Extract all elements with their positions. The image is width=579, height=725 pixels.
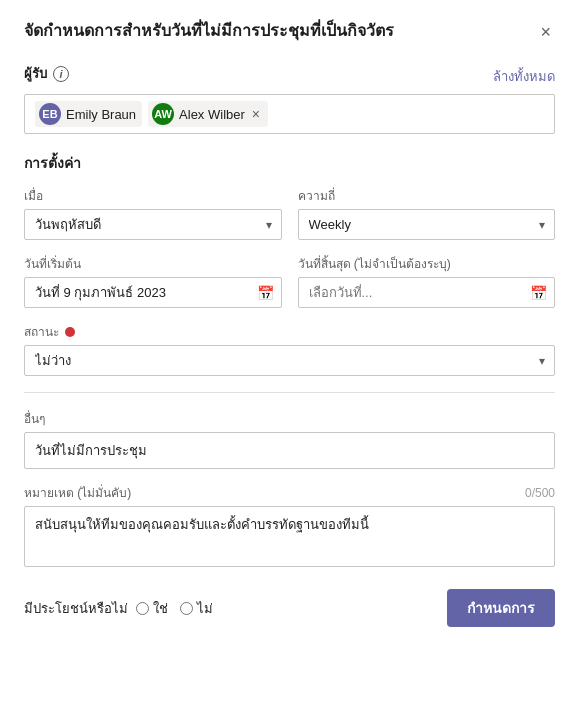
notes-section: หมายเหต (ไม่มั่นคับ) 0/500: [24, 483, 555, 571]
recipients-label: ผู้รับ: [24, 63, 47, 84]
notes-input[interactable]: [24, 506, 555, 567]
start-date-wrapper: 📅: [24, 277, 282, 308]
others-value: วันที่ไม่มีการประชุม: [24, 432, 555, 469]
start-date-group: วันที่เริ่มต้น 📅: [24, 254, 282, 308]
footer-question: มีประโยชน์หรือไม่: [24, 598, 128, 619]
status-group: สถานะ ไม่ว่าง ▾: [24, 322, 555, 376]
when-group: เมื่อ วันพฤหัสบดี ▾: [24, 186, 282, 240]
frequency-group: ความถี่ Weekly ▾: [298, 186, 556, 240]
notes-count: 0/500: [525, 486, 555, 500]
clear-all-link[interactable]: ล้างทั้งหมด: [493, 66, 555, 87]
dialog-container: จัดกำหนดการสำหรับวันที่ไม่มีการประชุมที่…: [0, 0, 579, 725]
when-select-wrapper: วันพฤหัสบดี ▾: [24, 209, 282, 240]
others-label: อื่นๆ: [24, 409, 555, 428]
no-label: ไม่: [197, 598, 213, 619]
avatar-alex: AW: [152, 103, 174, 125]
recipients-info-icon[interactable]: i: [53, 66, 69, 82]
frequency-select-wrapper: Weekly ▾: [298, 209, 556, 240]
submit-button[interactable]: กำหนดการ: [447, 589, 555, 627]
close-button[interactable]: ×: [536, 20, 555, 45]
status-label-text: สถานะ: [24, 322, 59, 341]
frequency-select[interactable]: Weekly: [298, 209, 556, 240]
when-select[interactable]: วันพฤหัสบดี: [24, 209, 282, 240]
recipient-tag-alex: AW Alex Wilber ×: [148, 101, 268, 127]
no-radio[interactable]: [180, 602, 193, 615]
others-section: อื่นๆ วันที่ไม่มีการประชุม: [24, 409, 555, 469]
recipients-box[interactable]: EB Emily Braun AW Alex Wilber ×: [24, 94, 555, 134]
dialog-header: จัดกำหนดการสำหรับวันที่ไม่มีการประชุมที่…: [24, 20, 555, 45]
start-date-label: วันที่เริ่มต้น: [24, 254, 282, 273]
dialog-title: จัดกำหนดการสำหรับวันที่ไม่มีการประชุมที่…: [24, 20, 528, 42]
start-date-input[interactable]: [24, 277, 282, 308]
footer: มีประโยชน์หรือไม่ ใช่ ไม่ กำหนดการ: [24, 589, 555, 627]
status-circle-icon: [65, 327, 75, 337]
remove-alex-button[interactable]: ×: [250, 107, 262, 121]
recipient-name-emily: Emily Braun: [66, 107, 136, 122]
recipients-row: ผู้รับ i ล้างทั้งหมด: [24, 63, 555, 90]
yes-label: ใช่: [153, 598, 168, 619]
end-date-label: วันที่สิ้นสุด (ไม่จำเป็นต้องระบุ): [298, 254, 556, 273]
yes-radio[interactable]: [136, 602, 149, 615]
recipient-tag-emily: EB Emily Braun: [35, 101, 142, 127]
avatar-emily: EB: [39, 103, 61, 125]
end-date-wrapper: 📅: [298, 277, 556, 308]
divider: [24, 392, 555, 393]
when-label: เมื่อ: [24, 186, 282, 205]
yes-radio-label[interactable]: ใช่: [136, 598, 168, 619]
end-date-input[interactable]: [298, 277, 556, 308]
end-date-group: วันที่สิ้นสุด (ไม่จำเป็นต้องระบุ) 📅: [298, 254, 556, 308]
recipient-name-alex: Alex Wilber: [179, 107, 245, 122]
no-radio-label[interactable]: ไม่: [180, 598, 213, 619]
notes-header: หมายเหต (ไม่มั่นคับ) 0/500: [24, 483, 555, 502]
frequency-label: ความถี่: [298, 186, 556, 205]
dates-row: วันที่เริ่มต้น 📅 วันที่สิ้นสุด (ไม่จำเป็…: [24, 254, 555, 308]
footer-left: มีประโยชน์หรือไม่ ใช่ ไม่: [24, 598, 213, 619]
settings-title: การตั้งค่า: [24, 152, 555, 174]
status-select[interactable]: ไม่ว่าง: [24, 345, 555, 376]
when-frequency-row: เมื่อ วันพฤหัสบดี ▾ ความถี่ Weekly ▾: [24, 186, 555, 240]
radio-group: ใช่ ไม่: [136, 598, 213, 619]
status-select-wrapper: ไม่ว่าง ▾: [24, 345, 555, 376]
notes-label: หมายเหต (ไม่มั่นคับ): [24, 483, 131, 502]
